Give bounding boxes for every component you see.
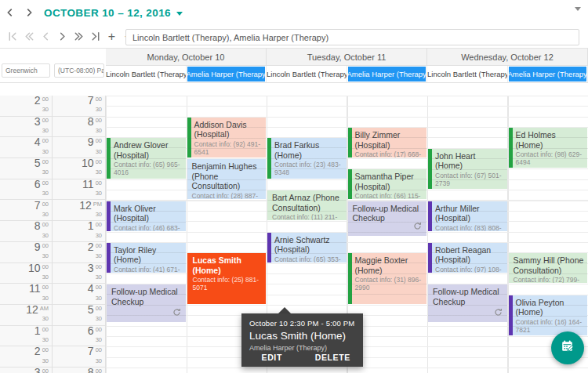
appointment-accent-bar [509,295,513,335]
appointment-title: Bart Arnaz (Phone Consultation) [272,193,343,212]
time-cell: 110030 [0,284,52,305]
appointment[interactable]: Mark Oliver (Hospital)Contact info: (46)… [107,201,186,231]
appointment-accent-bar [107,243,111,273]
appointment-contact: Contact info: (65) 353-4435 [274,255,343,263]
appointment-title: Arthur Miller (Hospital) [435,204,504,223]
time-cell: 60030 [53,326,105,347]
appointment-accent-bar [348,169,352,199]
appointment-title: Taylor Riley (Home) [114,245,183,265]
appointment[interactable]: Brad Farkus (Home)Contact info: (23) 483… [267,138,347,178]
time-cell: 40030 [0,137,52,158]
appointment[interactable]: Samantha Piper (Hospital)Contact info: (… [348,169,427,199]
prev-chevron-icon[interactable] [2,4,19,21]
nav-last-icon[interactable] [87,27,103,46]
timezone-select-greenwich[interactable]: Greenwich [2,63,50,78]
nav-first-icon[interactable] [5,27,21,46]
greenwich-time-column: 2003030030400305003060030700308003090030… [0,96,53,373]
appointment-contact: Contact info: (46) 683-6484 [114,224,183,231]
appointment[interactable]: John Heart (Home)Contact info: (67) 501-… [428,149,507,189]
appointment[interactable]: Andrew Glover (Hospital)Contact info: (6… [107,138,186,178]
resource-select[interactable]: Lincoln Bartlett (Therapy), Amelia Harpe… [125,29,579,45]
time-cell: 80030 [0,221,52,242]
timezone-label: Greenwich [5,67,38,74]
appointment[interactable]: Follow-up Medical Checkup [428,284,507,322]
select-caret-icon[interactable] [575,7,581,14]
zoom-in-icon[interactable]: + [103,27,120,46]
next-chevron-icon[interactable] [20,4,38,21]
appointment[interactable]: Taylor Riley (Home)Contact info: (41) 67… [107,243,186,273]
time-cell: 110030 [53,179,105,201]
appointment[interactable]: Follow-up Medical Checkup [107,284,186,322]
edit-calendar-icon [560,339,575,357]
delete-button[interactable]: DELETE [303,347,364,367]
appointment-contact: Contact info: (28) 887-8313 [192,192,263,200]
tooltip-buttons: EDIT DELETE [241,347,363,367]
appointment[interactable]: Billy Zimmer (Hospital)Contact info: (17… [348,128,427,158]
add-appointment-fab[interactable] [551,331,584,364]
appointment[interactable]: Bart Arnaz (Phone Consultation)Contact i… [267,190,347,220]
appointment-accent-bar [428,201,432,231]
nav-next-icon[interactable] [54,27,71,46]
appointment[interactable]: Addison Davis (Hospital)Contact info: (9… [187,118,267,158]
time-cell: 30030 [53,263,105,284]
time-cell: 12AM30 [0,305,52,326]
time-cell: 80030 [53,117,105,138]
time-cell: 30030 [0,117,52,138]
appointment-title: Ed Holmes (Home) [516,130,585,150]
appointment-title: Benjamin Hughes (Phone Consultation) [192,161,263,191]
nav-next-page-icon[interactable] [71,27,87,46]
appointment[interactable]: Arthur Miller (Hospital)Contact info: (8… [428,201,507,231]
appointment-title: Sammy Hill (Phone Consultation) [514,255,585,275]
time-cell: 10030 [0,326,52,347]
appointment-title: Andrew Glover (Hospital) [114,140,183,160]
appointment-contact: Contact info: (66) 115-7496 [355,192,424,199]
appointment[interactable]: Benjamin Hughes (Phone Consultation)Cont… [187,159,267,199]
resource-header[interactable]: Lincoln Bartlett (Therapy) [427,66,508,82]
day-header-2: Wednesday, October 12 [427,49,588,66]
resource-header[interactable]: Lincoln Bartlett (Therapy) [267,66,347,82]
appointment[interactable]: Follow-up Medical Checkup [348,201,427,237]
appointment-accent-bar [107,138,111,178]
time-cell: 80030 [53,368,105,373]
appointment-accent-bar [187,118,191,158]
caret-down-icon[interactable] [176,12,183,19]
time-cell: 12PM30 [53,201,105,222]
recurrence-icon [494,306,503,320]
nav-prev-icon[interactable] [38,27,54,46]
appointment-title: Arnie Schwartz (Hospital) [274,235,343,255]
appointment[interactable]: Robert Reagan (Hospital)Contact info: (9… [428,243,507,273]
appointment[interactable]: Maggie Boxter (Home)Contact info: (31) 8… [348,253,427,304]
all-day-row[interactable] [0,83,588,96]
appointment-title: Follow-up Medical Checkup [433,287,504,306]
timezone-label: (UTC-08:00) Pacific Ti [58,67,104,74]
resource-header[interactable]: Amelia Harper (Therapy) [508,66,588,82]
date-range-title[interactable]: OCTOBER 10 – 12, 2016 [44,7,171,19]
appointment[interactable]: Ed Holmes (Home)Contact info: (98) 629-6… [509,128,588,168]
appointment-title: Mark Oliver (Hospital) [114,204,183,223]
appointment-contact: Contact info: (16) 164-7821 [516,318,585,334]
tooltip-arrow [278,307,291,313]
recurrence-icon [413,219,422,234]
time-cell: 100030 [53,158,105,179]
edit-button[interactable]: EDIT [241,347,303,367]
resource-header[interactable]: Lincoln Bartlett (Therapy) [106,66,187,82]
appointment-title: John Heart (Home) [435,151,504,171]
appointment-contact: Contact info: (25) 881-5071 [193,276,263,292]
appointment[interactable]: Arnie Schwartz (Hospital)Contact info: (… [267,233,347,263]
time-cell: 30030 [0,368,52,373]
nav-icon-group: +− [5,27,136,46]
appointment-contact: Contact info: (65) 965-4016 [114,161,183,176]
resource-header[interactable]: Amelia Harper (Therapy) [347,66,428,82]
appointment[interactable]: Lucas Smith (Home)Contact info: (25) 881… [187,253,267,304]
appointment-title: Addison Davis (Hospital) [194,120,263,139]
pacific-time-column: 70030800309003010003011003012PM301003020… [53,96,106,373]
time-cell: 90030 [53,137,105,158]
timezone-select-pacific[interactable]: (UTC-08:00) Pacific Ti [54,63,104,78]
nav-prev-page-icon[interactable] [21,27,38,46]
appointment-accent-bar [428,243,432,273]
appointment[interactable]: Sammy Hill (Phone Consultation)Contact i… [509,253,588,283]
tooltip-date-range: October 10 2:30 PM - 5:00 PM [249,319,355,328]
resource-header[interactable]: Amelia Harper (Therapy) [187,66,267,82]
appointment[interactable]: Olivia Peyton (Home)Contact info: (16) 1… [509,295,588,335]
appointment-contact: Contact info: (17) 668-6166 [355,150,424,158]
